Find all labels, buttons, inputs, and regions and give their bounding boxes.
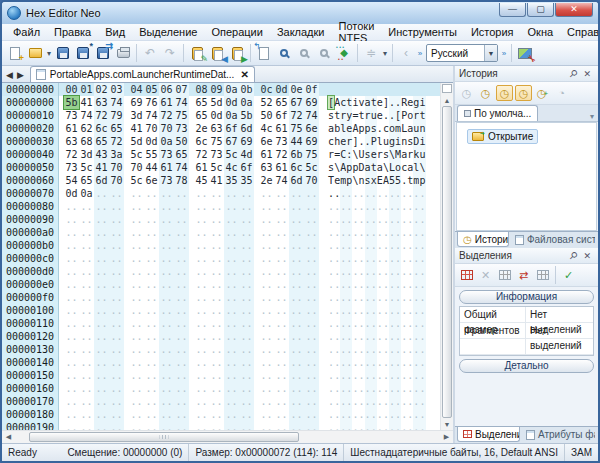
- hex-byte[interactable]: ..: [259, 408, 274, 421]
- hex-byte[interactable]: 6f: [239, 161, 254, 174]
- hex-byte[interactable]: ..: [209, 421, 224, 430]
- hex-byte[interactable]: ..: [64, 395, 79, 408]
- hex-byte[interactable]: ..: [159, 356, 174, 369]
- hex-byte[interactable]: ..: [64, 382, 79, 395]
- hex-byte[interactable]: ..: [224, 239, 239, 252]
- hex-byte[interactable]: ..: [289, 304, 304, 317]
- profile-dropdown-icon[interactable]: ▾: [588, 112, 596, 121]
- hex-byte[interactable]: ..: [209, 239, 224, 252]
- hex-byte[interactable]: 0a: [159, 135, 174, 148]
- hex-byte[interactable]: ..: [159, 382, 174, 395]
- tab-close-icon[interactable]: ✕: [240, 69, 248, 80]
- hex-byte[interactable]: ..: [79, 278, 94, 291]
- hex-byte[interactable]: ..: [144, 408, 159, 421]
- hex-byte[interactable]: ..: [174, 343, 189, 356]
- hex-byte[interactable]: ..: [194, 304, 209, 317]
- hex-byte[interactable]: ..: [274, 382, 289, 395]
- hex-byte[interactable]: ..: [289, 369, 304, 382]
- menu-item-4[interactable]: Операции: [204, 25, 269, 39]
- hex-byte[interactable]: 75: [304, 148, 319, 161]
- hex-byte[interactable]: ..: [174, 252, 189, 265]
- hex-byte[interactable]: ..: [304, 200, 319, 213]
- history-save-icon[interactable]: ◷: [477, 85, 494, 101]
- hex-byte[interactable]: ..: [159, 395, 174, 408]
- hex-byte[interactable]: 5b: [239, 109, 254, 122]
- ascii-char[interactable]: .: [419, 265, 425, 278]
- ascii-char[interactable]: t: [419, 109, 425, 122]
- menu-item-8[interactable]: История: [464, 25, 521, 39]
- hex-byte[interactable]: ..: [159, 369, 174, 382]
- hex-byte[interactable]: ..: [94, 408, 109, 421]
- scroll-up-icon[interactable]: ▲: [441, 94, 453, 106]
- hex-byte[interactable]: 73: [159, 148, 174, 161]
- hex-byte[interactable]: 6c: [94, 122, 109, 135]
- close-button[interactable]: ✕: [555, 3, 593, 17]
- hex-byte[interactable]: 0a: [239, 96, 254, 109]
- hex-byte[interactable]: ..: [144, 278, 159, 291]
- hex-byte[interactable]: ..: [144, 226, 159, 239]
- hex-byte[interactable]: ..: [144, 239, 159, 252]
- hex-byte[interactable]: ..: [274, 304, 289, 317]
- hex-byte[interactable]: ..: [239, 369, 254, 382]
- hex-byte[interactable]: ..: [129, 291, 144, 304]
- hex-byte[interactable]: ..: [79, 343, 94, 356]
- hex-byte[interactable]: ..: [209, 356, 224, 369]
- hex-byte[interactable]: 72: [109, 135, 124, 148]
- hex-byte[interactable]: ..: [79, 395, 94, 408]
- hex-byte[interactable]: ..: [274, 330, 289, 343]
- hex-byte[interactable]: ..: [94, 200, 109, 213]
- hex-byte[interactable]: 6d: [289, 174, 304, 187]
- hex-byte[interactable]: 61: [274, 122, 289, 135]
- hex-byte[interactable]: ..: [174, 369, 189, 382]
- menu-item-1[interactable]: Правка: [47, 25, 98, 39]
- maximize-button[interactable]: ▢: [527, 3, 554, 17]
- tab-scroll-right-icon[interactable]: ▶: [15, 70, 26, 82]
- hex-byte[interactable]: ..: [274, 278, 289, 291]
- hex-byte[interactable]: ..: [129, 382, 144, 395]
- ascii-char[interactable]: .: [419, 343, 425, 356]
- hex-byte[interactable]: ..: [209, 291, 224, 304]
- hex-byte[interactable]: 4c: [224, 161, 239, 174]
- hex-byte[interactable]: 0d: [64, 187, 79, 200]
- hex-byte[interactable]: ..: [109, 343, 124, 356]
- hex-byte[interactable]: ..: [109, 408, 124, 421]
- ascii-char[interactable]: n: [419, 122, 425, 135]
- hex-byte[interactable]: 73: [64, 109, 79, 122]
- tab-scroll-left-icon[interactable]: ◀: [4, 70, 15, 82]
- hex-byte[interactable]: ..: [224, 200, 239, 213]
- hex-byte[interactable]: 63: [209, 122, 224, 135]
- hex-byte[interactable]: 74: [304, 109, 319, 122]
- hex-byte[interactable]: ..: [304, 317, 319, 330]
- hex-byte[interactable]: ..: [239, 213, 254, 226]
- hex-byte[interactable]: ..: [209, 200, 224, 213]
- ascii-char[interactable]: .: [419, 304, 425, 317]
- hex-byte[interactable]: ..: [144, 304, 159, 317]
- hex-byte[interactable]: ..: [174, 330, 189, 343]
- hex-byte[interactable]: ..: [274, 265, 289, 278]
- hex-byte[interactable]: ..: [194, 187, 209, 200]
- hex-byte[interactable]: ..: [209, 226, 224, 239]
- hex-byte[interactable]: 41: [209, 174, 224, 187]
- hex-byte[interactable]: ..: [259, 395, 274, 408]
- hex-byte[interactable]: 5d: [129, 135, 144, 148]
- hex-byte[interactable]: ..: [79, 382, 94, 395]
- hex-byte[interactable]: ..: [209, 213, 224, 226]
- hex-byte[interactable]: ..: [239, 226, 254, 239]
- hex-byte[interactable]: ..: [94, 278, 109, 291]
- hex-byte[interactable]: ..: [79, 317, 94, 330]
- hex-byte[interactable]: ..: [94, 395, 109, 408]
- hex-byte[interactable]: ..: [64, 252, 79, 265]
- hex-byte[interactable]: ..: [129, 421, 144, 430]
- hex-byte[interactable]: 72: [159, 109, 174, 122]
- hex-byte[interactable]: 69: [129, 96, 144, 109]
- hex-byte[interactable]: ..: [289, 421, 304, 430]
- horizontal-scroll-thumb[interactable]: [29, 432, 299, 442]
- goto-document-icon[interactable]: ↰: [255, 44, 273, 62]
- horizontal-scrollbar[interactable]: ◀ ▶: [2, 430, 453, 443]
- hex-byte[interactable]: 0d: [224, 96, 239, 109]
- hex-byte[interactable]: ..: [274, 343, 289, 356]
- hex-byte[interactable]: ..: [94, 343, 109, 356]
- hex-byte[interactable]: ..: [94, 317, 109, 330]
- hex-byte[interactable]: ..: [194, 291, 209, 304]
- hex-byte[interactable]: ..: [239, 330, 254, 343]
